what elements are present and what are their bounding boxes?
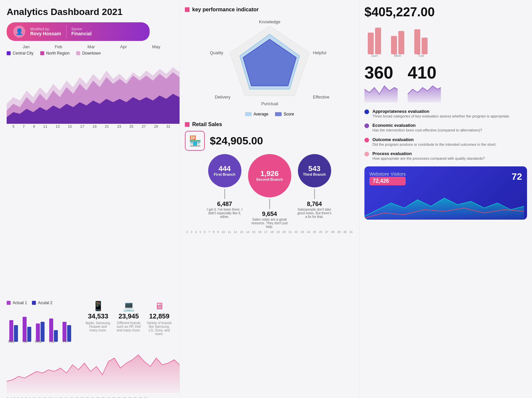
branch-first-stat: 6,487 (206, 201, 243, 208)
legend-score-color (275, 112, 282, 116)
bar-mon-2 (14, 325, 18, 342)
webstore-chart-svg (364, 190, 524, 220)
mobile-number: 34,533 (88, 312, 108, 320)
bar-tue-2 (27, 327, 31, 342)
metric-360-chart (364, 83, 398, 102)
bar-mon-r2 (398, 31, 404, 54)
eval-dot-process (364, 152, 369, 156)
legend-central-label: Central City (13, 51, 34, 56)
branches-container: 444 First Branch 6,487 I get it. I've be… (185, 154, 354, 229)
webstore-badge: 72,426 (369, 177, 406, 185)
bar-label-tue: Tue (22, 340, 28, 343)
area-chart-area: Jan Feb Mar Apr May Central City North R… (7, 44, 176, 296)
legend-central: Central City (7, 51, 34, 56)
radar-legend: Average Score (245, 112, 294, 116)
eval-economic: Economic evaluation Has the intervention… (364, 123, 527, 133)
bar-mon-r1 (391, 36, 397, 54)
webstore-right-num: 72 (512, 171, 522, 182)
webstore-chart (364, 190, 527, 220)
bar-sun-1 (368, 33, 374, 54)
retail-header: 🏪 $24,905.00 (185, 131, 354, 151)
eval-title-process: Process evaluation (372, 151, 485, 156)
legend-score: Score (275, 112, 294, 116)
bar-mon-1 (9, 320, 13, 342)
eval-title-outcome: Outcome evaluation (372, 137, 496, 142)
radar-label-punctual: Punctual (261, 101, 278, 106)
branch-third-stat: 8,764 (296, 201, 333, 208)
bubble-first-label: First Branch (214, 172, 235, 176)
retail-store-icon: 🏪 (185, 131, 205, 151)
user-avatar: 👤 (13, 26, 25, 38)
legend-avg: Average (245, 112, 268, 116)
kpi-header: key performance indicator (185, 7, 354, 13)
user-info: Modified by: Rovy Hossam (30, 27, 61, 36)
bar-fri-2 (67, 325, 71, 342)
bar-legend: Actual 1 Acutal 2 (7, 300, 80, 305)
retail-icon (185, 122, 190, 127)
left-column: Analytics Dashboard 2021 👤 Modified by: … (0, 0, 180, 398)
modified-by: Modified by: Rovy Hossam (30, 27, 61, 36)
webstore-section: Webstore Visitors 72,426 72 (364, 166, 527, 220)
metric-410-value: 410 (408, 63, 441, 83)
desktop-icon: 🖥 (155, 300, 164, 311)
legend-north-label: North Region (46, 51, 70, 56)
middle-column: key performance indicator Knowledge Help… (180, 0, 359, 398)
modified-by-value: Rovy Hossam (30, 31, 61, 36)
bubble-third-number: 543 (308, 165, 321, 172)
bar-wed-1 (36, 323, 40, 342)
eval-desc-process: How appropriate are the processes compar… (372, 156, 485, 161)
kpi-section: key performance indicator Knowledge Help… (185, 7, 354, 116)
x-axis-days: 579 111315 171921 232527 2931 (7, 124, 176, 129)
retail-header-title: Retail Sales (185, 121, 354, 127)
bubble-third-label: Third Branch (303, 172, 326, 176)
legend-score-label: Score (284, 112, 294, 116)
mini-bars-svg: Sun Mon Tue (364, 24, 507, 58)
metric-360-value: 360 (364, 63, 398, 83)
bar-fri-1 (63, 322, 66, 342)
desktop-number: 12,859 (149, 312, 169, 320)
device-desktop: 🖥 12,859 Variety of brands like Samsung,… (146, 300, 173, 336)
month-mar: Mar (87, 44, 95, 49)
bar-tue-r2 (422, 38, 428, 54)
tablet-number: 23,945 (118, 312, 139, 320)
tablet-label: Different brands such as HP, Dell and ma… (115, 321, 142, 332)
eval-dot-outcome (364, 138, 369, 142)
branch-second-stat: 9,654 (251, 211, 288, 218)
month-may: May (152, 44, 160, 49)
radar-label-knowledge: Knowledge (259, 19, 280, 24)
eval-outcome: Outcome evaluation Did the program produ… (364, 137, 527, 147)
radar-label-quality: Quality (210, 50, 223, 55)
bubble-first: 444 First Branch (208, 154, 241, 187)
device-tablet: 💻 23,945 Different brands such as HP, De… (115, 300, 142, 336)
bubble-first-number: 444 (218, 165, 231, 172)
month-feb: Feb (55, 44, 62, 49)
right-column: $405,227.00 Sun Mon Tue 360 (359, 0, 532, 398)
legend-avg-label: Average (254, 112, 268, 116)
branch-third-stats: 8,764 Salespeople don't take good notes.… (296, 201, 333, 219)
kpi-title: key performance indicator (192, 7, 259, 13)
branch-third-stem (314, 189, 315, 199)
sector-value: Financial (71, 31, 92, 36)
bar-label-fri: Fri (63, 340, 67, 343)
line-x-axis: 3456789101112131415161718192021222324252… (7, 397, 176, 398)
eval-desc-outcome: Did the program produce or contribute to… (372, 142, 496, 147)
webstore-title: Webstore Visitors (369, 171, 406, 177)
webstore-cyan-area (364, 198, 524, 220)
legend-downtown-label: Downtown (82, 51, 101, 56)
bubble-second-number: 1,926 (260, 170, 279, 177)
retail-section: Retail Sales 🏪 $24,905.00 444 First Bran… (185, 121, 354, 234)
month-apr: Apr (120, 44, 127, 49)
radar-label-delivery: Delivery (215, 95, 230, 100)
legend-dot-actual2 (32, 301, 36, 305)
eval-list: Appropriateness evaluation Three broad c… (364, 109, 527, 161)
metric-360: 360 (364, 63, 398, 104)
bar-label-mon: Mon (8, 340, 15, 343)
bar-device-section: Actual 1 Acutal 2 (7, 300, 176, 345)
area-chart-svg (7, 57, 176, 124)
line-chart-section: 3456789101112131415161718192021222324252… (7, 348, 176, 395)
area-legend: Central City North Region Downtown (7, 51, 176, 56)
metrics-row: 360 410 (364, 63, 527, 104)
bottom-x-axis: 2345678910111213141516171819202122232425… (185, 230, 354, 234)
total-amount: $405,227.00 (364, 5, 527, 19)
legend-dot-downtown (76, 51, 80, 55)
